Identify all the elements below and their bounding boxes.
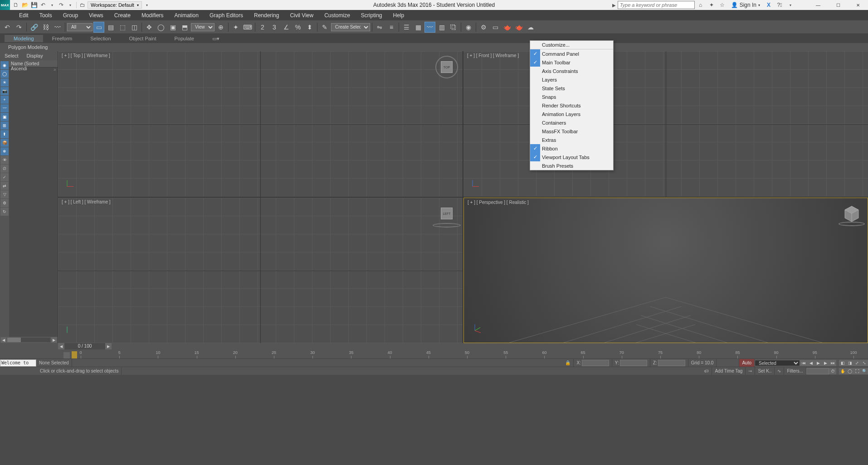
filter-spacewarps-icon[interactable]: 〰	[0, 104, 9, 112]
menu-rendering[interactable]: Rendering	[249, 11, 284, 20]
select-rotate-icon[interactable]: ◯	[156, 22, 166, 33]
context-menu-item-layers[interactable]: Layers	[530, 75, 613, 84]
ribbon-minimize-icon[interactable]: ▭▾	[203, 35, 229, 43]
goto-start-icon[interactable]: ⏮	[800, 360, 807, 366]
named-selection-combo[interactable]: Create Selection S	[331, 23, 370, 31]
menu-animation[interactable]: Animation	[169, 11, 204, 20]
context-menu-item-state-sets[interactable]: State Sets	[530, 84, 613, 92]
time-config-icon[interactable]: ⏱	[829, 368, 836, 374]
search-input[interactable]	[618, 1, 695, 9]
undo-dropdown-icon[interactable]: ▾	[48, 1, 56, 9]
menu-group[interactable]: Group	[58, 11, 83, 20]
selection-lock-icon[interactable]: ◨	[846, 360, 853, 366]
maximize-button[interactable]: ☐	[830, 1, 846, 9]
exchange-icon[interactable]: X	[764, 1, 774, 9]
save-file-icon[interactable]: 💾	[30, 1, 38, 9]
context-menu-item-snaps[interactable]: Snaps	[530, 92, 613, 101]
context-menu-item-massfx-toolbar[interactable]: MassFX Toolbar	[530, 127, 613, 136]
viewport-label[interactable]: [ + ] [ Left ] [ Wireframe ]	[62, 199, 111, 204]
menu-customize[interactable]: Customize	[319, 11, 356, 20]
filter-cameras-icon[interactable]: 📷	[0, 87, 9, 95]
key-filters-button[interactable]: Filters...	[784, 367, 806, 375]
ribbon-tab-modeling[interactable]: Modeling	[5, 35, 43, 42]
menu-help[interactable]: Help	[388, 11, 410, 20]
filter-funnel-icon[interactable]: ▽	[0, 190, 9, 199]
key-toggle-icon[interactable]: ⊸	[746, 367, 755, 375]
percent-snap-icon[interactable]: %	[293, 22, 303, 33]
select-by-name-icon[interactable]: ▤	[105, 22, 116, 33]
rendered-frame-icon[interactable]: ▭	[490, 22, 501, 33]
filter-xrefs-icon[interactable]: ⊞	[0, 121, 9, 130]
window-crossing-icon[interactable]: ◫	[129, 22, 140, 33]
ribbon-tab-populate[interactable]: Populate	[165, 35, 203, 42]
render-in-cloud-icon[interactable]: ☁	[525, 22, 536, 33]
scrollbar-track[interactable]	[7, 338, 50, 342]
filter-all-icon[interactable]: ✓	[0, 173, 9, 181]
time-ruler[interactable]: 0510152025303540455055606570758085909510…	[77, 349, 868, 358]
minimize-button[interactable]: —	[810, 1, 826, 9]
track-bar-toggle-icon[interactable]	[63, 352, 70, 358]
signin-button[interactable]: 👤 Sign In ▾	[728, 2, 763, 8]
goto-end-icon[interactable]: ⏭	[829, 360, 836, 366]
ribbon-tab-object-paint[interactable]: Object Paint	[120, 35, 166, 42]
menu-scripting[interactable]: Scripting	[356, 11, 388, 20]
menu-modifiers[interactable]: Modifiers	[136, 11, 169, 20]
tab-select[interactable]: Select	[2, 52, 21, 59]
material-editor-icon[interactable]: ◉	[463, 22, 474, 33]
mirror-icon[interactable]: ⇋	[374, 22, 385, 33]
viewcube[interactable]: TOP	[435, 56, 458, 78]
time-slider[interactable]: 0510152025303540455055606570758085909510…	[0, 349, 868, 358]
set-key-button[interactable]: Set K..	[755, 367, 775, 375]
select-move-icon[interactable]: ✥	[144, 22, 155, 33]
workspace-selector[interactable]: Workspace: Default ▾	[88, 1, 142, 9]
menu-civil-view[interactable]: Civil View	[284, 11, 319, 20]
zoom-extents-icon[interactable]: ⤢	[853, 360, 861, 366]
context-menu-item-main-toolbar[interactable]: ✓Main Toolbar	[530, 58, 613, 67]
scroll-left-icon[interactable]: ◀	[1, 337, 6, 343]
redo-icon[interactable]: ↷	[57, 1, 65, 9]
add-time-tag[interactable]: Add Time Tag	[712, 367, 746, 375]
next-frame-icon[interactable]: ▶	[822, 360, 829, 366]
filter-sync-icon[interactable]: ↻	[0, 208, 9, 216]
context-menu-item-customize[interactable]: Customize...	[530, 41, 613, 49]
filter-bone-icon[interactable]: ⬆	[0, 130, 9, 138]
filter-settings-icon[interactable]: ⚙	[0, 199, 9, 207]
filter-geometry-icon[interactable]: ◉	[0, 61, 9, 69]
close-button[interactable]: ✕	[850, 1, 866, 9]
tab-display[interactable]: Display	[24, 52, 46, 59]
curve-editor-icon[interactable]: 〰	[424, 22, 435, 33]
undo-icon[interactable]: ↶	[39, 1, 47, 9]
context-menu-item-extras[interactable]: Extras	[530, 136, 613, 144]
filter-shapes-icon[interactable]: ◯	[0, 70, 9, 78]
zoom-icon[interactable]: 🔍	[861, 368, 868, 374]
filter-groups-icon[interactable]: ▣	[0, 113, 9, 121]
viewport-perspective[interactable]: [ + ] [ Perspective ] [ Realistic ]	[463, 198, 868, 343]
current-frame-input[interactable]	[806, 368, 829, 374]
viewport-label[interactable]: [ + ] [ Top ] [ Wireframe ]	[62, 53, 110, 58]
context-menu-item-animation-layers[interactable]: Animation Layers	[530, 110, 613, 118]
dope-sheet-icon[interactable]: ▥	[436, 22, 447, 33]
time-slider-handle[interactable]	[72, 351, 77, 358]
frame-prev-icon[interactable]: ◀	[58, 343, 64, 349]
context-menu-item-viewport-layout-tabs[interactable]: ✓Viewport Layout Tabs	[530, 153, 613, 161]
viewcube[interactable]: LEFT	[435, 202, 458, 225]
viewport-left[interactable]: [ + ] [ Left ] [ Wireframe ] LEFT	[58, 198, 463, 343]
filter-frozen-icon[interactable]: ❄	[0, 147, 9, 155]
frame-counter[interactable]: 0 / 100	[64, 343, 105, 349]
layer-explorer-icon[interactable]: ☰	[401, 22, 412, 33]
orbit-icon[interactable]: ◯	[846, 368, 853, 374]
snap-2d-icon[interactable]: 2	[257, 22, 268, 33]
menu-create[interactable]: Create	[109, 11, 136, 20]
menu-tools[interactable]: Tools	[34, 11, 58, 20]
scrollbar-thumb[interactable]	[7, 338, 21, 342]
select-object-icon[interactable]: ▭	[93, 22, 104, 33]
keyboard-shortcut-icon[interactable]: ⌨	[242, 22, 253, 33]
key-mode-dropdown[interactable]: Selected	[755, 360, 800, 366]
redo-icon[interactable]: ↷	[14, 22, 24, 33]
new-file-icon[interactable]: 🗋	[12, 1, 20, 9]
spinner-snap-icon[interactable]: ⬍	[304, 22, 315, 33]
filter-hidden-icon[interactable]: 👁	[0, 156, 9, 164]
column-header-name[interactable]: Name (Sorted Ascendi	[9, 60, 58, 68]
context-menu-item-render-shortcuts[interactable]: Render Shortcuts	[530, 101, 613, 110]
unlink-icon[interactable]: ⛓	[40, 22, 51, 33]
